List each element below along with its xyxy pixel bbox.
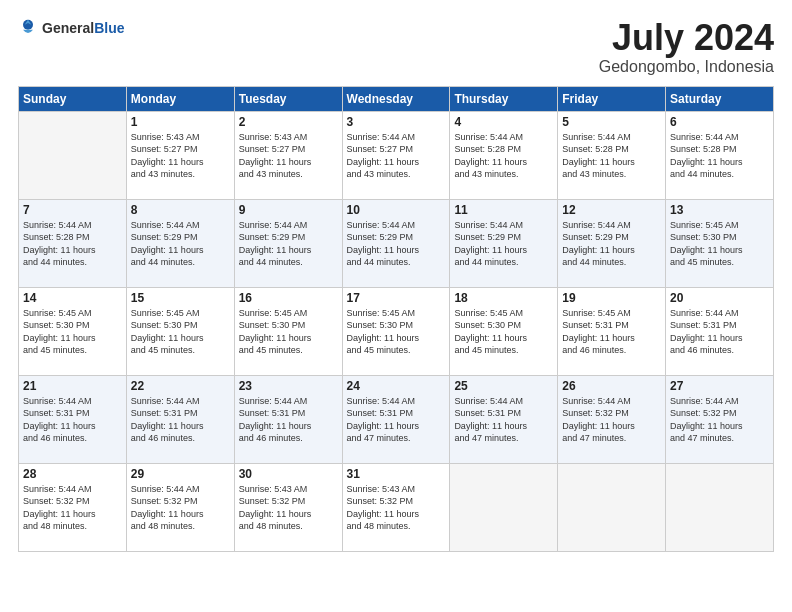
- sunrise: Sunrise: 5:45 AM: [454, 307, 553, 320]
- sunrise: Sunrise: 5:44 AM: [239, 219, 338, 232]
- sunset: Sunset: 5:29 PM: [562, 231, 661, 244]
- day-number: 6: [670, 115, 769, 129]
- calendar-cell: 30 Sunrise: 5:43 AM Sunset: 5:32 PM Dayl…: [234, 463, 342, 551]
- cell-info: Sunrise: 5:44 AM Sunset: 5:31 PM Dayligh…: [347, 395, 446, 445]
- sunrise: Sunrise: 5:44 AM: [23, 219, 122, 232]
- sunrise: Sunrise: 5:44 AM: [347, 395, 446, 408]
- cell-info: Sunrise: 5:44 AM Sunset: 5:29 PM Dayligh…: [131, 219, 230, 269]
- logo-general: General: [42, 20, 94, 36]
- cell-info: Sunrise: 5:44 AM Sunset: 5:28 PM Dayligh…: [670, 131, 769, 181]
- daylight: Daylight: 11 hours: [454, 156, 553, 169]
- cell-info: Sunrise: 5:45 AM Sunset: 5:30 PM Dayligh…: [131, 307, 230, 357]
- sunrise: Sunrise: 5:44 AM: [23, 483, 122, 496]
- daylight: Daylight: 11 hours: [23, 244, 122, 257]
- daylight: Daylight: 11 hours: [347, 332, 446, 345]
- daylight: Daylight: 11 hours: [239, 420, 338, 433]
- daylight: Daylight: 11 hours: [670, 420, 769, 433]
- day-number: 30: [239, 467, 338, 481]
- daylight: Daylight: 11 hours: [347, 508, 446, 521]
- logo-blue: Blue: [94, 20, 124, 36]
- calendar-cell: 15 Sunrise: 5:45 AM Sunset: 5:30 PM Dayl…: [126, 287, 234, 375]
- sunrise: Sunrise: 5:43 AM: [131, 131, 230, 144]
- day-number: 23: [239, 379, 338, 393]
- minutes: and 48 minutes.: [131, 520, 230, 533]
- day-number: 22: [131, 379, 230, 393]
- minutes: and 44 minutes.: [562, 256, 661, 269]
- calendar-cell: 14 Sunrise: 5:45 AM Sunset: 5:30 PM Dayl…: [19, 287, 127, 375]
- calendar-cell: 8 Sunrise: 5:44 AM Sunset: 5:29 PM Dayli…: [126, 199, 234, 287]
- sunrise: Sunrise: 5:44 AM: [131, 219, 230, 232]
- daylight: Daylight: 11 hours: [347, 156, 446, 169]
- day-number: 17: [347, 291, 446, 305]
- sunrise: Sunrise: 5:44 AM: [239, 395, 338, 408]
- sunrise: Sunrise: 5:44 AM: [131, 483, 230, 496]
- calendar-cell: 6 Sunrise: 5:44 AM Sunset: 5:28 PM Dayli…: [666, 111, 774, 199]
- daylight: Daylight: 11 hours: [131, 508, 230, 521]
- col-wednesday: Wednesday: [342, 86, 450, 111]
- daylight: Daylight: 11 hours: [23, 420, 122, 433]
- calendar-cell: 3 Sunrise: 5:44 AM Sunset: 5:27 PM Dayli…: [342, 111, 450, 199]
- daylight: Daylight: 11 hours: [562, 420, 661, 433]
- calendar-cell: 7 Sunrise: 5:44 AM Sunset: 5:28 PM Dayli…: [19, 199, 127, 287]
- day-number: 28: [23, 467, 122, 481]
- sunset: Sunset: 5:32 PM: [23, 495, 122, 508]
- day-number: 21: [23, 379, 122, 393]
- calendar-cell: 25 Sunrise: 5:44 AM Sunset: 5:31 PM Dayl…: [450, 375, 558, 463]
- day-number: 16: [239, 291, 338, 305]
- sunrise: Sunrise: 5:43 AM: [239, 131, 338, 144]
- sunset: Sunset: 5:32 PM: [239, 495, 338, 508]
- minutes: and 43 minutes.: [454, 168, 553, 181]
- sunrise: Sunrise: 5:43 AM: [347, 483, 446, 496]
- calendar-cell: 27 Sunrise: 5:44 AM Sunset: 5:32 PM Dayl…: [666, 375, 774, 463]
- cell-info: Sunrise: 5:45 AM Sunset: 5:31 PM Dayligh…: [562, 307, 661, 357]
- minutes: and 43 minutes.: [562, 168, 661, 181]
- cell-info: Sunrise: 5:44 AM Sunset: 5:32 PM Dayligh…: [562, 395, 661, 445]
- cell-info: Sunrise: 5:44 AM Sunset: 5:29 PM Dayligh…: [347, 219, 446, 269]
- sunrise: Sunrise: 5:44 AM: [454, 131, 553, 144]
- sunset: Sunset: 5:27 PM: [131, 143, 230, 156]
- calendar-week-5: 28 Sunrise: 5:44 AM Sunset: 5:32 PM Dayl…: [19, 463, 774, 551]
- cell-info: Sunrise: 5:45 AM Sunset: 5:30 PM Dayligh…: [23, 307, 122, 357]
- calendar-cell: 17 Sunrise: 5:45 AM Sunset: 5:30 PM Dayl…: [342, 287, 450, 375]
- cell-info: Sunrise: 5:43 AM Sunset: 5:27 PM Dayligh…: [131, 131, 230, 181]
- daylight: Daylight: 11 hours: [670, 244, 769, 257]
- minutes: and 43 minutes.: [347, 168, 446, 181]
- sunrise: Sunrise: 5:45 AM: [670, 219, 769, 232]
- day-number: 1: [131, 115, 230, 129]
- col-saturday: Saturday: [666, 86, 774, 111]
- minutes: and 44 minutes.: [670, 168, 769, 181]
- minutes: and 47 minutes.: [562, 432, 661, 445]
- cell-info: Sunrise: 5:44 AM Sunset: 5:32 PM Dayligh…: [131, 483, 230, 533]
- sunrise: Sunrise: 5:44 AM: [347, 219, 446, 232]
- daylight: Daylight: 11 hours: [131, 156, 230, 169]
- cell-info: Sunrise: 5:44 AM Sunset: 5:31 PM Dayligh…: [131, 395, 230, 445]
- cell-info: Sunrise: 5:45 AM Sunset: 5:30 PM Dayligh…: [239, 307, 338, 357]
- calendar-cell: 26 Sunrise: 5:44 AM Sunset: 5:32 PM Dayl…: [558, 375, 666, 463]
- daylight: Daylight: 11 hours: [670, 332, 769, 345]
- calendar-cell: 22 Sunrise: 5:44 AM Sunset: 5:31 PM Dayl…: [126, 375, 234, 463]
- sunset: Sunset: 5:32 PM: [131, 495, 230, 508]
- sunrise: Sunrise: 5:43 AM: [239, 483, 338, 496]
- calendar-cell: 5 Sunrise: 5:44 AM Sunset: 5:28 PM Dayli…: [558, 111, 666, 199]
- day-number: 14: [23, 291, 122, 305]
- minutes: and 48 minutes.: [239, 520, 338, 533]
- minutes: and 48 minutes.: [23, 520, 122, 533]
- cell-info: Sunrise: 5:43 AM Sunset: 5:27 PM Dayligh…: [239, 131, 338, 181]
- calendar-week-4: 21 Sunrise: 5:44 AM Sunset: 5:31 PM Dayl…: [19, 375, 774, 463]
- sunrise: Sunrise: 5:45 AM: [347, 307, 446, 320]
- sunrise: Sunrise: 5:44 AM: [454, 395, 553, 408]
- sunrise: Sunrise: 5:44 AM: [454, 219, 553, 232]
- calendar-cell: 13 Sunrise: 5:45 AM Sunset: 5:30 PM Dayl…: [666, 199, 774, 287]
- calendar-cell: 29 Sunrise: 5:44 AM Sunset: 5:32 PM Dayl…: [126, 463, 234, 551]
- day-number: 31: [347, 467, 446, 481]
- calendar-week-1: 1 Sunrise: 5:43 AM Sunset: 5:27 PM Dayli…: [19, 111, 774, 199]
- sunrise: Sunrise: 5:44 AM: [562, 395, 661, 408]
- cell-info: Sunrise: 5:44 AM Sunset: 5:31 PM Dayligh…: [670, 307, 769, 357]
- sunset: Sunset: 5:29 PM: [454, 231, 553, 244]
- daylight: Daylight: 11 hours: [131, 332, 230, 345]
- day-number: 5: [562, 115, 661, 129]
- sunset: Sunset: 5:29 PM: [347, 231, 446, 244]
- calendar-cell: 24 Sunrise: 5:44 AM Sunset: 5:31 PM Dayl…: [342, 375, 450, 463]
- sunset: Sunset: 5:32 PM: [670, 407, 769, 420]
- minutes: and 46 minutes.: [239, 432, 338, 445]
